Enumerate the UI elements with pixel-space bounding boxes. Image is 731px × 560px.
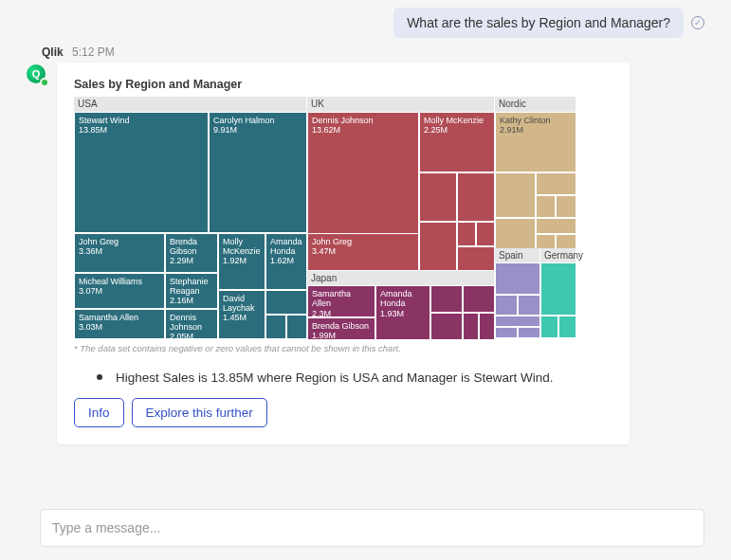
- chart-footnote: * The data set contains negative or zero…: [74, 343, 612, 353]
- region-header-uk: UK: [307, 97, 495, 112]
- avatar: Q: [27, 64, 47, 85]
- sender-time: 5:12 PM: [72, 45, 115, 59]
- cell-usa-amanda-honda[interactable]: Amanda Honda 1.62M: [265, 233, 307, 290]
- explore-further-button[interactable]: Explore this further: [132, 398, 267, 427]
- cell-usa-dennis-johnson[interactable]: Dennis Johnson 2.05M: [165, 309, 218, 339]
- message-input[interactable]: [52, 520, 692, 535]
- sender-meta: Qlik 5:12 PM: [42, 45, 704, 59]
- cell-usa-samantha-allen[interactable]: Samantha Allen 3.03M: [74, 309, 165, 339]
- cell-japan-amanda-honda[interactable]: Amanda Honda 1.93M: [375, 285, 430, 340]
- response-card: Sales by Region and Manager USA Stewart …: [57, 63, 630, 444]
- cell-usa-molly-mckenzie[interactable]: Molly McKenzie 1.92M: [218, 233, 265, 290]
- chart-title: Sales by Region and Manager: [74, 78, 612, 91]
- cell-usa-stephanie-reagan[interactable]: Stephanie Reagan 2.16M: [165, 273, 218, 309]
- cell-usa-micheal-williams[interactable]: Micheal Williams 3.07M: [74, 273, 165, 309]
- region-header-spain: Spain: [495, 248, 540, 262]
- cell-usa-stewart-wind[interactable]: Stewart Wind 13.85M: [74, 112, 209, 233]
- message-composer[interactable]: [40, 509, 704, 547]
- region-header-germany: Germany: [540, 248, 576, 262]
- info-button[interactable]: Info: [74, 398, 124, 427]
- cell-nordic-kathy-clinton[interactable]: Kathy Clinton 2.91M: [495, 112, 576, 172]
- region-header-usa: USA: [74, 97, 307, 112]
- cell-usa-carolyn-halmon[interactable]: Carolyn Halmon 9.91M: [209, 112, 307, 233]
- region-header-japan: Japan: [307, 271, 495, 286]
- cell-uk-molly-mckenzie[interactable]: Molly McKenzie 2.25M: [419, 112, 495, 172]
- cell-usa-john-greg[interactable]: John Greg 3.36M: [74, 233, 165, 273]
- cell-usa-david-laychak[interactable]: David Laychak 1.45M: [218, 290, 265, 339]
- sender-name: Qlik: [42, 45, 64, 59]
- cell-uk-john-greg[interactable]: John Greg 3.47M: [307, 233, 419, 271]
- bullet-icon: [97, 374, 102, 380]
- region-header-nordic: Nordic: [495, 97, 576, 112]
- presence-online-icon: [40, 78, 49, 87]
- user-message-bubble: What are the sales by Region and Manager…: [393, 8, 684, 38]
- cell-japan-samantha-allen[interactable]: Samantha Allen 2.3M: [307, 285, 375, 317]
- cell-usa-brenda-gibson[interactable]: Brenda Gibson 2.29M: [165, 233, 218, 273]
- cell-japan-brenda-gibson[interactable]: Brenda Gibson 1.99M: [307, 317, 375, 340]
- insight-text: Highest Sales is 13.85M where Region is …: [78, 370, 609, 385]
- sent-check-icon: ✓: [691, 16, 704, 29]
